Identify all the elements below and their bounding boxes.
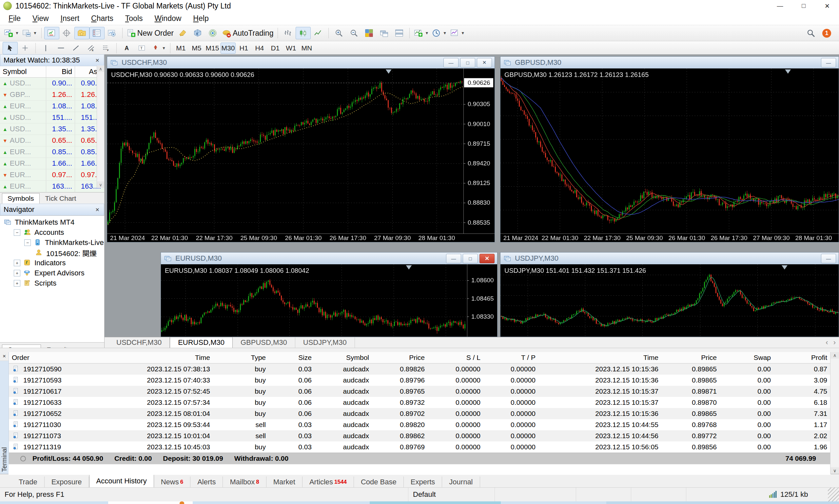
arrows-button[interactable]: ▼ <box>150 42 168 54</box>
order-row[interactable]: 19127110732023.12.15 10:01:04sell0.03aud… <box>8 430 831 442</box>
chart-canvas-usdjpy[interactable] <box>501 264 839 337</box>
minimize-button[interactable]: — <box>768 0 792 12</box>
tree-item-scripts[interactable]: +Scripts <box>0 278 104 288</box>
column-header-price[interactable]: Price <box>662 354 720 362</box>
timeframe-mn-button[interactable]: MN <box>299 42 314 54</box>
equidistant-channel-button[interactable]: E <box>84 42 99 54</box>
profiles-button[interactable]: ▼ <box>21 27 39 39</box>
column-header-size[interactable]: Size <box>269 354 315 362</box>
chart-tab-gbpusd-m30[interactable]: GBPUSD,M30 <box>233 337 295 348</box>
market-watch-row[interactable]: ▲USD...1.35...1.35... <box>0 124 104 135</box>
menu-charts[interactable]: Charts <box>85 12 119 25</box>
tab-tick-chart[interactable]: Tick Chart <box>40 193 82 204</box>
minimize-button[interactable]: — <box>446 254 461 263</box>
expand-icon[interactable]: + <box>14 260 20 266</box>
notification-badge[interactable]: 1 <box>822 29 831 38</box>
timeframe-m5-button[interactable]: M5 <box>189 42 204 54</box>
column-header-time[interactable]: Time <box>539 354 662 362</box>
menu-view[interactable]: View <box>27 12 54 25</box>
terminal-hscroll-row[interactable] <box>8 464 831 475</box>
chart-window-titlebar[interactable]: EURUSD,M30—□✕ <box>161 252 497 264</box>
menu-help[interactable]: Help <box>187 12 214 25</box>
resize-grip[interactable] <box>828 488 839 501</box>
status-profile[interactable]: Default <box>408 488 495 501</box>
scroll-down-icon[interactable]: ∨ <box>97 181 104 188</box>
timeframe-m15-button[interactable]: M15 <box>205 42 220 54</box>
chart-tab-usdjpy-m30[interactable]: USDJPY,M30 <box>295 337 355 348</box>
tree-item-thinkmarkets-mt4[interactable]: ThinkMarkets MT4 <box>0 217 104 227</box>
minimize-button[interactable]: — <box>821 58 836 68</box>
menu-window[interactable]: Window <box>149 12 188 25</box>
close-icon[interactable]: × <box>94 206 101 214</box>
column-symbol[interactable]: Symbol <box>0 68 46 76</box>
terminal-tab-trade[interactable]: Trade <box>12 476 45 487</box>
expand-icon[interactable]: + <box>14 280 20 287</box>
chart-tab-eurusd-m30[interactable]: EURUSD,M30 <box>170 337 233 348</box>
new-chart-button[interactable]: ▼ <box>3 27 21 39</box>
maximize-button[interactable]: □ <box>792 0 816 12</box>
market-watch-row[interactable]: ▼GBP...1.26...1.26... <box>0 89 104 101</box>
line-chart-button[interactable] <box>311 27 326 39</box>
chevron-down-icon[interactable]: ▼ <box>461 31 465 35</box>
terminal-splitter[interactable] <box>0 348 839 352</box>
close-icon[interactable]: × <box>94 57 101 64</box>
chevron-down-icon[interactable]: ▼ <box>162 46 166 50</box>
market-watch-row[interactable]: ▲USD...151....151.... <box>0 112 104 124</box>
bar-chart-button[interactable] <box>281 27 296 39</box>
scroll-down-icon[interactable]: ∨ <box>831 467 839 474</box>
column-header-time[interactable]: Time <box>86 354 213 362</box>
terminal-tab-journal[interactable]: Journal <box>442 476 480 487</box>
menu-insert[interactable]: Insert <box>55 12 86 25</box>
crosshair-button[interactable] <box>18 42 33 54</box>
minimize-button[interactable]: — <box>821 254 836 263</box>
search-button[interactable] <box>803 27 818 39</box>
collapse-icon[interactable]: − <box>24 239 31 246</box>
order-row[interactable]: 19127106172023.12.15 07:52:45buy0.06audc… <box>8 386 831 397</box>
cursor-button[interactable] <box>3 42 18 54</box>
market-watch-scrollbar[interactable]: ∧ ∨ <box>97 66 104 188</box>
expand-icon[interactable]: + <box>14 270 20 276</box>
zoom-out-button[interactable] <box>346 27 362 39</box>
order-row[interactable]: 19127113192023.12.15 10:45:03buy0.03audc… <box>8 442 831 453</box>
candle-chart-button[interactable] <box>296 27 311 39</box>
column-header-t-p[interactable]: T / P <box>484 354 539 362</box>
chart-window-titlebar[interactable]: USDJPY,M30— <box>501 252 839 264</box>
timeframe-h1-button[interactable]: H1 <box>236 42 251 54</box>
market-watch-row[interactable]: ▲USD...0.90...0.90... <box>0 78 104 89</box>
navigator-button[interactable] <box>74 27 89 39</box>
terminal-tab-code-base[interactable]: Code Base <box>354 476 404 487</box>
terminal-tab-mailbox[interactable]: Mailbox8 <box>223 476 266 487</box>
tab-symbols[interactable]: Symbols <box>2 193 40 204</box>
minimize-button[interactable]: — <box>443 58 458 68</box>
timeframe-d1-button[interactable]: D1 <box>268 42 283 54</box>
maximize-button[interactable]: □ <box>460 58 475 68</box>
chart-canvas-gbpusd[interactable] <box>501 69 839 242</box>
close-button[interactable]: ✕ <box>477 58 492 68</box>
terminal-vscrollbar[interactable]: ∧ ∨ <box>830 352 839 474</box>
tile-windows-button[interactable] <box>362 27 377 39</box>
horizontal-line-button[interactable] <box>53 42 69 54</box>
market-watch-button[interactable] <box>44 27 59 39</box>
autotrading-button[interactable]: AutoTrading <box>221 27 275 39</box>
tree-item-accounts[interactable]: −Accounts <box>0 227 104 237</box>
terminal-tab-news[interactable]: News6 <box>154 476 190 487</box>
text-label-button[interactable]: T <box>134 42 150 54</box>
timeframe-w1-button[interactable]: W1 <box>283 42 299 54</box>
chart-window-titlebar[interactable]: GBPUSD,M30— <box>501 57 839 69</box>
fibonacci-button[interactable]: F <box>99 42 114 54</box>
strategy-tester-button[interactable] <box>105 27 120 39</box>
chevron-down-icon[interactable]: ▼ <box>425 31 429 35</box>
cascade-windows-button[interactable] <box>377 27 392 39</box>
tree-item-indicators[interactable]: +fIndicators <box>0 258 104 268</box>
scroll-up-icon[interactable]: ∧ <box>831 352 839 359</box>
signals-button[interactable] <box>206 27 221 39</box>
column-bid[interactable]: Bid <box>46 66 75 77</box>
text-button[interactable]: A <box>119 42 134 54</box>
chevron-down-icon[interactable]: ▼ <box>443 31 447 35</box>
terminal-tab-account-history[interactable]: Account History <box>89 474 154 487</box>
order-row[interactable]: 19127106332023.12.15 07:57:34buy0.06audc… <box>8 397 831 408</box>
chart-canvas-usdchf[interactable] <box>107 69 494 242</box>
market-watch-row[interactable]: ▼EUR...0.97...0.97... <box>0 169 104 181</box>
market-watch-row[interactable]: ▲EUR...163....163.... <box>0 181 104 192</box>
chart-tab-usdchf-m30[interactable]: USDCHF,M30 <box>108 337 170 348</box>
